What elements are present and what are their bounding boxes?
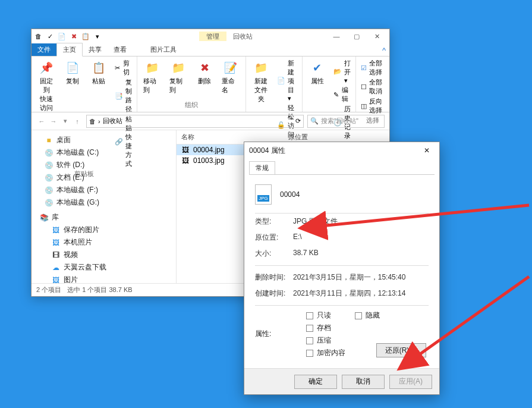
readonly-checkbox[interactable]: 只读 — [306, 310, 331, 321]
open-button[interactable]: 📂打开 ▾ — [332, 59, 352, 84]
search-placeholder: 搜索"回收站" — [321, 117, 358, 125]
nav-recent-button[interactable]: ▾ — [60, 116, 71, 127]
close-button[interactable]: ✕ — [367, 30, 387, 43]
select-all-button[interactable]: ☑全部选择 — [360, 59, 386, 77]
pin-icon: 📌 — [39, 60, 54, 76]
hidden-checkbox[interactable]: 隐藏 — [355, 310, 380, 321]
path-icon: 📑 — [115, 92, 123, 100]
tab-share[interactable]: 共享 — [83, 43, 108, 56]
paste-icon: 📋 — [91, 60, 106, 76]
rename-button[interactable]: 📝重命名 — [219, 59, 242, 96]
titlebar: 🗑 ✓ 📄 ✖ 📋 ▾ 管理 回收站 — ▢ ✕ — [32, 29, 389, 43]
label-type: 类型: — [255, 216, 293, 227]
delete-icon: ✖ — [197, 60, 212, 76]
selectnone-icon: ☐ — [361, 83, 367, 91]
loading-spinner-icon — [410, 347, 417, 354]
pic-icon: 🖼 — [52, 226, 60, 234]
newitem-icon: 📄 — [277, 77, 285, 85]
ribbon-collapse-icon[interactable]: ^ — [382, 46, 386, 55]
nav-tree: ■桌面 💿本地磁盘 (C:) 💿软件 (D:) 💿文档 (E:) 💿本地磁盘 (… — [32, 130, 177, 283]
nav-forward-button[interactable]: → — [48, 116, 59, 127]
drive-icon: 💿 — [45, 161, 53, 170]
qat-icon[interactable]: 📋 — [81, 32, 90, 40]
ok-button[interactable]: 确定 — [294, 375, 337, 389]
cut-icon: ✂ — [115, 64, 121, 72]
apply-button[interactable]: 应用(A) — [389, 375, 432, 389]
label-attributes: 属性: — [255, 329, 293, 339]
tree-drive-d[interactable]: 💿软件 (D:) — [34, 159, 174, 171]
tab-view[interactable]: 查看 — [108, 43, 133, 56]
status-selection: 选中 1 个项目 38.7 KB — [67, 285, 132, 294]
jpg-icon: 🖼 — [181, 156, 190, 165]
tree-drive-e[interactable]: 💿文档 (E:) — [34, 171, 174, 184]
tab-picture-tools[interactable]: 图片工具 — [144, 43, 182, 56]
tree-drive-g[interactable]: 💿本地磁盘 (G:) — [34, 196, 174, 209]
pic-icon: 🖼 — [52, 276, 60, 284]
value-delete-time: 2021年3月15日，星期一，15:45:40 — [293, 272, 429, 283]
refresh-icon[interactable]: ⟳ — [295, 117, 301, 125]
value-create-time: 2021年3月11日，星期四，12:13:14 — [293, 288, 429, 299]
copy-to-button[interactable]: 📁复制到 — [167, 59, 190, 96]
qat-icon[interactable]: ✓ — [46, 32, 54, 40]
compress-checkbox[interactable]: 压缩 — [306, 335, 380, 346]
library-icon: 📚 — [40, 214, 48, 222]
move-to-button[interactable]: 📁移动到 — [141, 59, 163, 96]
moveto-icon: 📁 — [144, 60, 160, 76]
cancel-button[interactable]: 取消 — [342, 375, 385, 389]
maximize-button[interactable]: ▢ — [347, 30, 367, 43]
copy-icon: 📄 — [65, 60, 80, 76]
properties-button[interactable]: ✔属性 — [306, 59, 329, 140]
invert-selection-button[interactable]: ◫反向选择 — [360, 97, 386, 115]
tree-videos[interactable]: 🎞视频 — [34, 249, 174, 261]
qat-icon[interactable]: ✖ — [70, 32, 78, 40]
new-item-button[interactable]: 📄新建项目 ▾ — [276, 59, 298, 102]
tree-saved-pics[interactable]: 🖼保存的图片 — [34, 224, 174, 236]
tree-pictures[interactable]: 🖼图片 — [34, 274, 174, 283]
drive-icon: 💿 — [45, 149, 53, 157]
tab-general[interactable]: 常规 — [249, 161, 275, 174]
label-delete-time: 删除时间: — [255, 272, 293, 283]
file-type-icon: JPG — [255, 184, 272, 205]
encrypt-checkbox[interactable]: 加密内容 — [306, 348, 380, 358]
tree-tianyi[interactable]: ☁天翼云盘下载 — [34, 261, 174, 274]
newfolder-icon: 📁 — [253, 60, 269, 76]
drive-icon: 💿 — [45, 186, 53, 194]
tab-file[interactable]: 文件 — [32, 43, 56, 56]
chevron-down-icon[interactable]: ˅ — [289, 117, 293, 125]
delete-button[interactable]: ✖删除 — [193, 59, 216, 96]
edit-button[interactable]: ✎编辑 — [332, 86, 352, 103]
qat-dropdown-icon[interactable]: ▾ — [93, 32, 102, 40]
cut-button[interactable]: ✂剪切 — [114, 59, 133, 77]
copy-path-button[interactable]: 📑复制路径 — [114, 78, 133, 114]
minimize-button[interactable]: — — [326, 30, 347, 43]
window-title: 回收站 — [233, 33, 253, 40]
restore-button[interactable]: 还原(R) — [376, 343, 426, 357]
invert-icon: ◫ — [361, 102, 367, 110]
drive-icon: 💿 — [45, 199, 53, 207]
pic-icon: 🖼 — [52, 238, 60, 247]
tree-drive-c[interactable]: 💿本地磁盘 (C:) — [34, 146, 174, 159]
file-name-field[interactable]: 00004 — [280, 190, 300, 199]
tree-desktop[interactable]: ■桌面 — [34, 134, 174, 146]
nav-up-button[interactable]: ↑ — [72, 116, 83, 127]
chevron-right-icon: › — [98, 118, 100, 125]
contextual-tab-manage[interactable]: 管理 — [199, 32, 226, 41]
drive-icon: 💿 — [45, 174, 53, 182]
tree-camera-roll[interactable]: 🖼本机照片 — [34, 236, 174, 249]
quick-access-toolbar: 🗑 ✓ 📄 ✖ 📋 ▾ — [34, 32, 102, 40]
value-size: 38.7 KB — [293, 249, 429, 259]
select-none-button[interactable]: ☐全部取消 — [360, 78, 386, 96]
dialog-close-button[interactable]: ✕ — [419, 144, 435, 157]
search-input[interactable]: 🔍 搜索"回收站" — [307, 115, 385, 128]
archive-checkbox[interactable]: 存档 — [306, 323, 380, 333]
jpg-icon: 🖼 — [181, 146, 190, 154]
breadcrumb[interactable]: 🗑 › 回收站 ˅ ⟳ — [86, 115, 304, 128]
tree-library[interactable]: 📚库 — [34, 211, 174, 224]
rename-icon: 📝 — [223, 60, 238, 76]
tab-home[interactable]: 主页 — [56, 43, 83, 57]
desktop-icon: ■ — [45, 136, 53, 145]
nav-back-button[interactable]: ← — [36, 116, 47, 127]
tree-drive-f[interactable]: 💿本地磁盘 (F:) — [34, 184, 174, 196]
label-create-time: 创建时间: — [255, 288, 293, 299]
qat-icon[interactable]: 📄 — [58, 32, 66, 40]
